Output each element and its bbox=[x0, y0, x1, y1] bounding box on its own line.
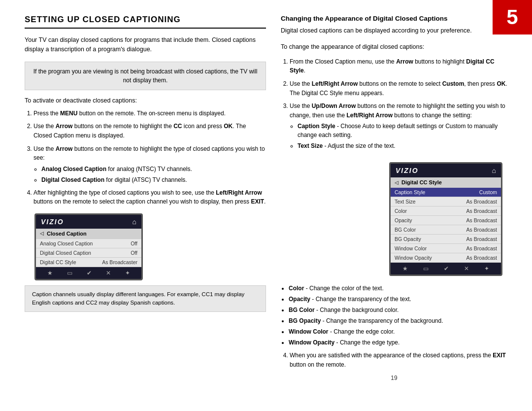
page-number: 19 bbox=[281, 375, 507, 381]
bullet-window-color: Window Color - Change the edge color. bbox=[289, 327, 507, 336]
footer-x-left: ✕ bbox=[106, 270, 111, 276]
steps-intro: To activate or deactivate closed caption… bbox=[25, 97, 266, 104]
footer-star-left: ★ bbox=[47, 270, 53, 276]
section-title: SETTING UP CLOSED CAPTIONING bbox=[25, 15, 266, 29]
footer-gear-right: ✦ bbox=[484, 265, 489, 272]
bullet-window-opacity: Window Opacity - Change the edge type. bbox=[289, 338, 507, 347]
right-step-3-bullets: Caption Style - Choose Auto to keep defa… bbox=[290, 122, 507, 150]
tv-row-window-opacity: Window Opacity As Broadcast bbox=[391, 253, 501, 263]
window-color-label: Window Color bbox=[395, 245, 427, 251]
digital-value: Off bbox=[131, 250, 137, 256]
tv-row-opacity: Opacity As Broadcast bbox=[391, 216, 501, 225]
bullet-analog: Analog Closed Caption for analog (NTSC) … bbox=[41, 165, 266, 173]
text-size-value: As Broadcast bbox=[466, 199, 497, 205]
footer-check-left: ✔ bbox=[87, 270, 92, 276]
footer-gear-left: ✦ bbox=[125, 270, 130, 276]
back-arrow-left: ◁ bbox=[40, 231, 44, 236]
tv-menu-left: ◁ Closed Caption Analog Closed Caption O… bbox=[36, 229, 141, 267]
cc-style-value: As Broadcaster bbox=[102, 259, 137, 265]
tv-menu-title-right: Digital CC Style bbox=[401, 179, 442, 185]
footer-rect-left: ▭ bbox=[67, 270, 72, 276]
tv-screen-left: VIZIO ⌂ ◁ Closed Caption Analog Closed C… bbox=[34, 213, 143, 280]
info-box: If the program you are viewing is not be… bbox=[25, 62, 266, 90]
left-step-3-bullets: Analog Closed Caption for analog (NTSC) … bbox=[33, 165, 266, 184]
tv-menu-header-right: ◁ Digital CC Style bbox=[391, 177, 501, 188]
opacity-label: Opacity bbox=[395, 217, 412, 223]
bullet-caption-style: Caption Style - Choose Auto to keep defa… bbox=[298, 122, 507, 139]
footer-x-right: ✕ bbox=[464, 265, 469, 272]
tv-screen-wrapper: VIZIO ⌂ ◁ Digital CC Style Caption Style… bbox=[281, 155, 502, 281]
right-step-2: Use the Left/Right Arrow buttons on the … bbox=[290, 79, 507, 98]
left-step-3: Use the Arrow buttons on the remote to h… bbox=[33, 144, 266, 184]
bg-color-label: BG Color bbox=[395, 227, 416, 233]
cc-style-label: Digital CC Style bbox=[40, 259, 76, 265]
window-opacity-label: Window Opacity bbox=[395, 255, 432, 261]
bg-color-value: As Broadcast bbox=[466, 227, 497, 233]
menu-bold: MENU bbox=[60, 110, 77, 117]
intro-paragraph: Your TV can display closed captions for … bbox=[25, 35, 266, 55]
tv-row-bg-opacity: BG Opacity As Broadcast bbox=[391, 235, 501, 244]
tv-footer-right: ★ ▭ ✔ ✕ ✦ bbox=[391, 263, 501, 274]
tv-menu-title-left: Closed Caption bbox=[47, 231, 87, 237]
home-icon-left: ⌂ bbox=[133, 218, 136, 226]
left-steps-list: Press the MENU button on the remote. The… bbox=[25, 109, 266, 206]
tv-header-left: VIZIO ⌂ bbox=[36, 215, 141, 229]
bullet-digital: Digital Closed Caption for digital (ATSC… bbox=[41, 175, 266, 184]
analog-label: Analog Closed Caption bbox=[40, 240, 93, 246]
right-column: Changing the Appearance of Digital Close… bbox=[281, 15, 507, 381]
bullet-bg-opacity: BG Opacity - Change the transparency of … bbox=[289, 316, 507, 325]
right-heading: Changing the Appearance of Digital Close… bbox=[281, 15, 507, 22]
tv-row-bg-color: BG Color As Broadcast bbox=[391, 225, 501, 235]
tv-header-right: VIZIO ⌂ bbox=[391, 164, 501, 177]
color-value: As Broadcast bbox=[466, 208, 497, 214]
back-arrow-right: ◁ bbox=[395, 180, 399, 185]
right-step-1: From the Closed Caption menu, use the Ar… bbox=[290, 57, 507, 75]
left-step-4: After highlighting the type of closed ca… bbox=[33, 188, 266, 206]
vizio-logo-right: VIZIO bbox=[396, 167, 419, 174]
tv-menu-right: ◁ Digital CC Style Caption Style Custom … bbox=[391, 177, 501, 263]
tv-row-analog: Analog Closed Caption Off bbox=[36, 239, 141, 248]
tv-footer-left: ★ ▭ ✔ ✕ ✦ bbox=[36, 267, 141, 279]
caption-style-label: Caption Style bbox=[395, 189, 425, 195]
right-step-3: Use the Up/Down Arrow buttons on the rem… bbox=[290, 102, 507, 150]
bg-opacity-value: As Broadcast bbox=[466, 236, 497, 242]
bullet-text-size: Text Size - Adjust the size of the text. bbox=[298, 141, 507, 150]
right-step-4: When you are satisfied with the appearan… bbox=[290, 351, 507, 369]
home-icon-right: ⌂ bbox=[492, 167, 496, 174]
text-size-label: Text Size bbox=[395, 199, 416, 205]
tv-row-digital: Digital Closed Caption Off bbox=[36, 248, 141, 258]
tv-row-caption-style: Caption Style Custom bbox=[391, 188, 501, 197]
window-opacity-value: As Broadcast bbox=[466, 255, 497, 261]
digital-label: Digital Closed Caption bbox=[40, 250, 91, 256]
right-intro2: To change the appearance of digital clos… bbox=[281, 42, 507, 52]
right-step-4-list: When you are satisfied with the appearan… bbox=[281, 351, 507, 369]
tv-screen-right: VIZIO ⌂ ◁ Digital CC Style Caption Style… bbox=[389, 162, 502, 276]
bullet-opacity: Opacity - Change the transparency of the… bbox=[289, 295, 507, 304]
right-intro1: Digital closed captions can be displayed… bbox=[281, 26, 507, 35]
tv-row-window-color: Window Color As Broadcast bbox=[391, 244, 501, 253]
bullet-color: Color - Change the color of the text. bbox=[289, 284, 507, 293]
tv-row-color: Color As Broadcast bbox=[391, 206, 501, 216]
footer-rect-right: ▭ bbox=[423, 265, 429, 272]
left-step-2: Use the Arrow buttons on the remote to h… bbox=[33, 122, 266, 140]
extra-bullets-list: Color - Change the color of the text. Op… bbox=[281, 284, 507, 347]
page-badge: 5 bbox=[493, 0, 532, 34]
left-step-1: Press the MENU button on the remote. The… bbox=[33, 109, 266, 118]
bg-opacity-label: BG Opacity bbox=[395, 236, 421, 242]
color-label: Color bbox=[395, 208, 407, 214]
vizio-logo-left: VIZIO bbox=[41, 218, 64, 226]
right-steps-list: From the Closed Caption menu, use the Ar… bbox=[281, 57, 507, 151]
tv-menu-header-left: ◁ Closed Caption bbox=[36, 229, 141, 239]
analog-value: Off bbox=[131, 240, 137, 246]
left-column: SETTING UP CLOSED CAPTIONING Your TV can… bbox=[25, 15, 266, 381]
footer-check-right: ✔ bbox=[444, 265, 449, 272]
bottom-note: Caption channels usually display differe… bbox=[25, 285, 266, 312]
caption-style-value: Custom bbox=[479, 189, 497, 195]
opacity-value: As Broadcast bbox=[466, 217, 497, 223]
bullet-bg-color: BG Color - Change the background color. bbox=[289, 306, 507, 314]
footer-star-right: ★ bbox=[402, 265, 408, 272]
tv-row-text-size: Text Size As Broadcast bbox=[391, 197, 501, 206]
tv-row-cc-style: Digital CC Style As Broadcaster bbox=[36, 258, 141, 267]
window-color-value: As Broadcast bbox=[466, 245, 497, 251]
badge-number: 5 bbox=[506, 5, 518, 29]
